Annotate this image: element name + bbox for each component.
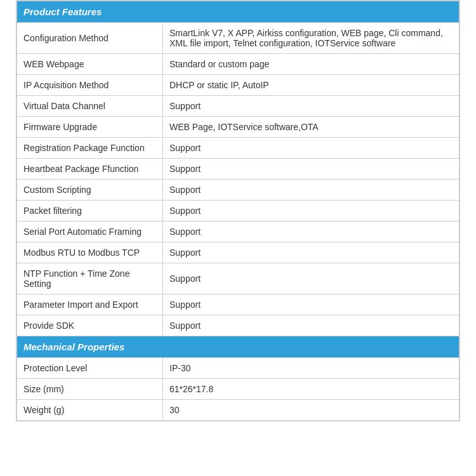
row-value-1: SmartLink V7, X APP, Airkiss configurati… (163, 23, 459, 54)
row-label-4: Virtual Data Channel (17, 96, 163, 117)
row-label-6: Registration Package Function (17, 138, 163, 159)
row-label-18: Weight (g) (17, 400, 163, 421)
row-label-3: IP Acquisition Method (17, 75, 163, 96)
row-label-14: Provide SDK (17, 315, 163, 336)
row-value-11: Support (163, 242, 459, 263)
row-value-2: Standard or custom page (163, 54, 459, 75)
row-label-5: Firmware Upgrade (17, 117, 163, 138)
row-value-4: Support (163, 96, 459, 117)
row-label-8: Custom Scripting (17, 180, 163, 201)
row-value-8: Support (163, 180, 459, 201)
row-label-9: Packet filtering (17, 201, 163, 221)
row-value-10: Support (163, 221, 459, 242)
row-value-14: Support (163, 315, 459, 336)
row-label-16: Protection Level (17, 358, 163, 379)
row-value-13: Support (163, 294, 459, 315)
row-value-16: IP-30 (163, 358, 459, 379)
row-label-11: Modbus RTU to Modbus TCP (17, 242, 163, 263)
row-value-6: Support (163, 138, 459, 159)
section-header-mechanical-properties: Mechanical Properties (17, 336, 459, 358)
main-table: Product FeaturesConfiguration MethodSmar… (16, 0, 460, 421)
row-label-13: Parameter Import and Export (17, 294, 163, 315)
row-label-2: WEB Webpage (17, 54, 163, 75)
row-label-10: Serial Port Automatic Framing (17, 221, 163, 242)
row-value-7: Support (163, 159, 459, 180)
row-value-5: WEB Page, IOTService software,OTA (163, 117, 459, 138)
row-value-17: 61*26*17.8 (163, 379, 459, 400)
row-value-3: DHCP or static IP, AutoIP (163, 75, 459, 96)
row-value-18: 30 (163, 400, 459, 421)
row-value-9: Support (163, 201, 459, 221)
row-label-12: NTP Function + Time Zone Setting (17, 263, 163, 294)
row-label-1: Configuration Method (17, 23, 163, 54)
row-value-12: Support (163, 263, 459, 294)
row-label-17: Size (mm) (17, 379, 163, 400)
row-label-7: Heartbeat Package Ffunction (17, 159, 163, 180)
section-header-product-features: Product Features (17, 1, 459, 23)
